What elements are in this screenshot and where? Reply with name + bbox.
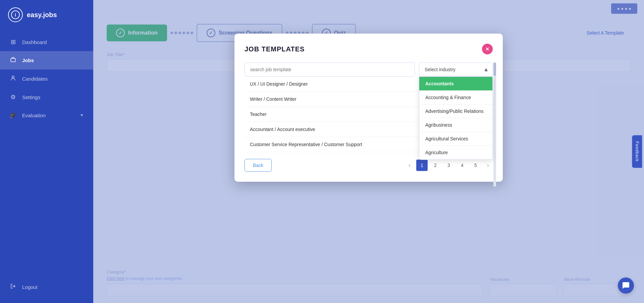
industry-placeholder: Select industry bbox=[425, 67, 455, 72]
dashboard-icon: ⊞ bbox=[9, 38, 17, 46]
scrollbar-bottom bbox=[493, 186, 496, 190]
sidebar-logo: i easy.jobs bbox=[0, 0, 93, 30]
sidebar-item-logout[interactable]: Logout bbox=[0, 278, 93, 296]
modal-close-button[interactable]: × bbox=[482, 44, 493, 54]
dropdown-item-agricultural-services[interactable]: Agricultural Services bbox=[419, 132, 492, 146]
scrollbar-thumb bbox=[493, 62, 496, 76]
next-page-arrow[interactable]: › bbox=[483, 161, 493, 170]
sidebar-label-candidates: Candidates bbox=[22, 76, 48, 82]
sidebar-label-logout: Logout bbox=[22, 284, 38, 290]
page-btn-5[interactable]: 5 bbox=[470, 160, 481, 171]
svg-point-3 bbox=[12, 76, 14, 78]
prev-page-arrow[interactable]: ‹ bbox=[405, 161, 414, 170]
industry-dropdown: Accountants Accounting & Finance Adverti… bbox=[419, 77, 493, 160]
job-templates-modal: JOB TEMPLATES × Select industry ▲ Accoun… bbox=[234, 34, 503, 182]
industry-select-wrapper: Select industry ▲ Accountants Accounting… bbox=[419, 62, 493, 77]
main-content: ● ● ● ● ✓ Information ✓ Screening Questi… bbox=[93, 0, 644, 303]
page-controls: ‹ 1 2 3 4 5 › bbox=[405, 160, 493, 171]
jobs-icon bbox=[9, 56, 17, 64]
page-btn-1[interactable]: 1 bbox=[416, 160, 428, 171]
dropdown-item-accountants[interactable]: Accountants bbox=[419, 77, 492, 91]
sidebar-nav: ⊞ Dashboard Jobs Candidates ⚙ Settings 🎓… bbox=[0, 30, 93, 278]
svg-rect-2 bbox=[11, 58, 15, 62]
page-btn-4[interactable]: 4 bbox=[457, 160, 468, 171]
industry-select[interactable]: Select industry bbox=[419, 62, 493, 77]
svg-text:i: i bbox=[15, 12, 16, 17]
candidates-icon bbox=[9, 75, 17, 83]
sidebar-label-jobs: Jobs bbox=[22, 57, 34, 63]
chat-bubble[interactable] bbox=[618, 277, 634, 294]
modal-header: JOB TEMPLATES × bbox=[245, 44, 493, 54]
sidebar: i easy.jobs ⊞ Dashboard Jobs Candidates … bbox=[0, 0, 93, 303]
modal-scrollbar[interactable] bbox=[493, 62, 496, 190]
feedback-tab[interactable]: Feedback bbox=[632, 135, 642, 168]
sidebar-label-dashboard: Dashboard bbox=[22, 39, 47, 45]
search-row: Select industry ▲ Accountants Accounting… bbox=[245, 62, 493, 77]
page-btn-3[interactable]: 3 bbox=[443, 160, 454, 171]
sidebar-item-jobs[interactable]: Jobs bbox=[0, 51, 93, 70]
sidebar-item-settings[interactable]: ⚙ Settings bbox=[0, 88, 93, 106]
dropdown-item-accounting-finance[interactable]: Accounting & Finance bbox=[419, 91, 492, 104]
logo-text: easy.jobs bbox=[27, 11, 57, 19]
sidebar-item-dashboard[interactable]: ⊞ Dashboard bbox=[0, 33, 93, 51]
sidebar-item-candidates[interactable]: Candidates bbox=[0, 70, 93, 88]
sidebar-item-evaluation[interactable]: 🎓 Evaluation ▼ bbox=[0, 106, 93, 124]
evaluation-icon: 🎓 bbox=[9, 112, 17, 119]
dropdown-item-agriculture[interactable]: Agriculture bbox=[419, 146, 492, 160]
back-button[interactable]: Back bbox=[245, 159, 272, 172]
modal-title: JOB TEMPLATES bbox=[245, 45, 305, 53]
logout-icon bbox=[9, 283, 17, 291]
sidebar-label-settings: Settings bbox=[22, 94, 40, 100]
page-btn-2[interactable]: 2 bbox=[430, 160, 441, 171]
search-input[interactable] bbox=[245, 62, 415, 77]
settings-icon: ⚙ bbox=[9, 93, 17, 101]
evaluation-chevron-icon: ▼ bbox=[80, 113, 84, 118]
logo-icon: i bbox=[8, 7, 23, 22]
sidebar-label-evaluation: Evaluation bbox=[22, 113, 46, 118]
dropdown-item-agribusiness[interactable]: Agribusiness bbox=[419, 118, 492, 132]
dropdown-item-advertising[interactable]: Advertising/Public Relations bbox=[419, 104, 492, 118]
